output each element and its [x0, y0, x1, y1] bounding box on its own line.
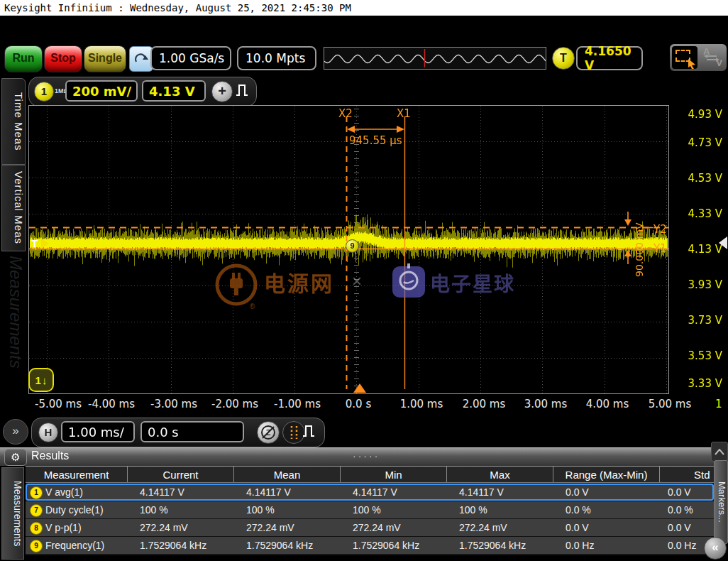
results-table-header: Measurement Current Mean Min Max Range (…: [26, 466, 714, 483]
measurement-max: 1.7529064 kHz: [447, 540, 553, 551]
add-channel-button[interactable]: +: [211, 81, 233, 102]
results-table: Measurement Current Mean Min Max Range (…: [26, 466, 714, 555]
channel1-scale-display[interactable]: 200 mV/: [65, 80, 138, 102]
trigger-level-display[interactable]: 4.1650 V: [576, 46, 643, 70]
gear-icon: ⚙: [11, 451, 20, 463]
measurement-std: 0.0 %: [660, 504, 714, 516]
av-toggle-button-disabled[interactable]: A V: [700, 46, 724, 69]
sample-rate-display[interactable]: 1.00 GSa/s: [150, 46, 231, 70]
sidebar-watermark: Measurements: [1, 256, 26, 408]
acquisition-preview[interactable]: [324, 47, 546, 70]
touch-redo-button[interactable]: [129, 46, 153, 72]
settings-button[interactable]: ⚙: [4, 449, 27, 466]
memory-depth-display[interactable]: 10.0 Mpts: [237, 46, 316, 70]
measurement-9-marker[interactable]: 9: [346, 239, 359, 253]
channel1-offset-display[interactable]: 4.13 V: [142, 80, 206, 102]
markers-lines-icon: [283, 422, 304, 443]
x-axis-tick: 0.0 s: [326, 398, 390, 410]
pulse-icon[interactable]: [236, 82, 248, 98]
table-row[interactable]: 8 V p-p(1) 272.24 mV 272.24 mV 272.24 mV…: [26, 519, 714, 536]
y-axis-tick: 4.53 V: [666, 172, 722, 185]
watermark-left-text: 电源网: [264, 266, 334, 298]
stop-button[interactable]: Stop: [44, 45, 82, 72]
row-badge: 1: [30, 486, 43, 499]
measurement-min: 100 %: [341, 504, 447, 516]
scroll-up-button[interactable]: [711, 442, 728, 462]
x-axis-tick: 5.00 ms: [638, 398, 702, 410]
run-button[interactable]: Run: [4, 45, 43, 72]
y-delta-readout: 90.000 mV: [634, 219, 645, 277]
table-row[interactable]: 9 Frequency(1) 1.7529064 kHz 1.7529064 k…: [26, 537, 714, 554]
measurement-std: 0.0 V: [660, 486, 714, 498]
y-axis-tick: 4.73 V: [666, 136, 722, 149]
x-axis-tick: 3.00 ms: [514, 398, 578, 410]
watermark-left-logo: [214, 263, 258, 307]
column-header[interactable]: Measurement: [26, 467, 128, 482]
x-delta-readout: 945.55 µs: [349, 134, 413, 147]
column-header[interactable]: Min: [341, 467, 447, 482]
measurement-range: 0.0 Hz: [553, 540, 660, 551]
expand-panel-button[interactable]: »: [3, 419, 28, 445]
y-axis-tick: 4.33 V: [666, 207, 722, 220]
column-header[interactable]: Max: [447, 467, 553, 482]
curved-arrow-icon: [134, 53, 148, 65]
measurement-mean: 1.7529064 kHz: [234, 540, 341, 551]
x-axis-tick: -2.00 ms: [203, 398, 267, 410]
column-header[interactable]: Range (Max-Min): [553, 467, 660, 482]
zoom-button[interactable]: Z: [257, 421, 280, 444]
trigger-badge[interactable]: T: [552, 47, 575, 70]
swap-arrows-icon: [704, 53, 719, 62]
y-axis-tick: 4.13 V: [666, 243, 722, 256]
results-panel-title: Results: [31, 450, 69, 462]
x-axis-tick: 4.00 ms: [575, 398, 639, 410]
row-badge: 7: [30, 504, 43, 517]
measurement-current: 4.14117 V: [128, 486, 234, 498]
measurement-mean: 4.14117 V: [234, 486, 341, 498]
horizontal-badge[interactable]: H: [38, 423, 58, 442]
results-tab-markers[interactable]: Markers...: [714, 460, 728, 544]
y-axis-tick: 3.53 V: [666, 349, 722, 362]
single-button[interactable]: Single: [84, 45, 126, 72]
table-row[interactable]: 1 V avg(1) 4.14117 V 4.14117 V 4.14117 V…: [26, 484, 714, 501]
table-row[interactable]: 7 Duty cycle(1) 100 % 100 % 100 % 100 % …: [26, 501, 714, 518]
y1-marker-label[interactable]: Y1: [653, 242, 667, 255]
preview-waveform-canvas: [324, 48, 546, 69]
measurement-range: 0.0 %: [553, 504, 660, 516]
sidebar-tab-time-meas[interactable]: Time Meas: [1, 78, 26, 165]
x-axis-tick: -3.00 ms: [142, 398, 206, 410]
sidebar-tab-vertical-meas[interactable]: Vertical Meas: [1, 165, 26, 251]
y-axis-tick: 3.33 V: [666, 377, 722, 390]
x-axis-tick: 1.00 ms: [390, 398, 453, 410]
x2-marker-label[interactable]: X2: [338, 107, 353, 120]
column-header[interactable]: Std: [660, 467, 714, 482]
column-header[interactable]: Mean: [234, 467, 341, 482]
measurement-std: 0.0 V: [660, 522, 714, 533]
channel1-badge[interactable]: 1: [34, 82, 54, 102]
region-select-button[interactable]: [672, 46, 697, 69]
y-axis-tick: 3.93 V: [666, 278, 722, 291]
watermark-registered-mark: ®: [250, 303, 255, 310]
y-axis-tick: 4.93 V: [666, 108, 722, 121]
x-axis-tick: -4.00 ms: [79, 398, 143, 410]
toolbar-icon-group: A V: [670, 44, 727, 71]
trigger-level-arrow-icon[interactable]: [41, 239, 49, 249]
pulse-icon[interactable]: [302, 423, 315, 439]
channel1-clip-indicator[interactable]: 1↓: [28, 368, 54, 392]
measurement-mean: 100 %: [234, 504, 341, 516]
oscilloscope-screen: Keysight Infiniium : Wednesday, August 2…: [0, 0, 728, 561]
results-tab-measurements[interactable]: Measurements: [1, 467, 24, 560]
y2-marker-label[interactable]: Y2: [653, 223, 667, 236]
x1-marker-label[interactable]: X1: [397, 107, 411, 120]
column-header[interactable]: Current: [128, 467, 234, 482]
cursor-arrow-icon: [687, 59, 697, 69]
x-axis-tick: -1.00 ms: [265, 398, 329, 410]
center-cross-mark: ×: [352, 271, 362, 291]
horizontal-position-display[interactable]: 0.0 s: [140, 421, 244, 442]
collapse-panel-button[interactable]: «: [704, 537, 727, 560]
row-badge: 9: [30, 540, 43, 552]
measurement-current: 1.7529064 kHz: [128, 540, 234, 551]
panel-drag-handle[interactable]: ·····: [353, 450, 380, 462]
timebase-display[interactable]: 1.00 ms/: [61, 421, 135, 442]
measurement-range: 0.0 V: [553, 522, 660, 533]
row-badge: 8: [30, 522, 43, 535]
